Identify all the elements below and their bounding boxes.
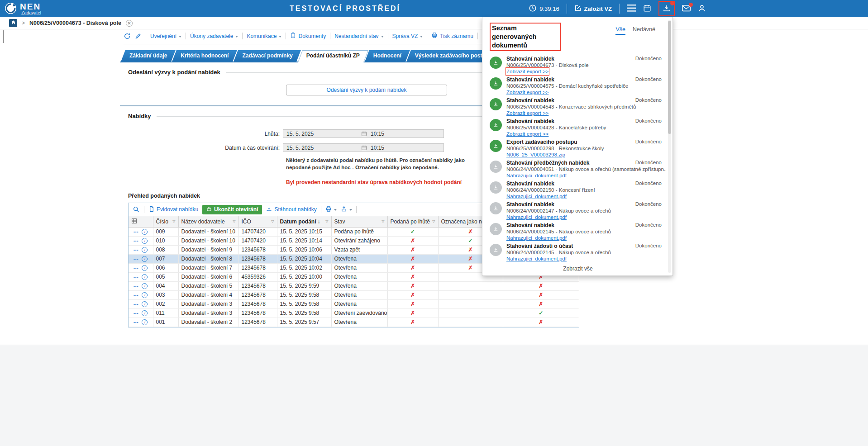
row-info-icon[interactable]: i bbox=[142, 247, 148, 253]
filter-icon[interactable]: ▽ bbox=[325, 219, 328, 223]
row-info-icon[interactable]: i bbox=[142, 292, 148, 298]
tab-kriteria-hodnoceni[interactable]: Kritéria hodnocení bbox=[174, 50, 235, 62]
doc-link[interactable]: Nahrazujici_dokument.pdf bbox=[506, 193, 567, 199]
export-grid-button[interactable] bbox=[341, 206, 352, 214]
doc-link[interactable]: Zobrazit export >> bbox=[506, 131, 548, 137]
menu-sprava-vz[interactable]: Správa VZ bbox=[392, 33, 423, 39]
menu-tisk-zaznamu[interactable]: Tisk záznamu bbox=[431, 32, 473, 40]
refresh-icon[interactable] bbox=[124, 33, 131, 40]
generated-doc-item[interactable]: Stahování nabídek Dokončeno N006/25/V000… bbox=[490, 76, 666, 95]
filter-icon[interactable]: ▽ bbox=[432, 219, 435, 223]
cell-dodavatel: Dodavatel - školení 6 bbox=[178, 272, 238, 281]
doc-link[interactable]: Zobrazit export >> bbox=[506, 68, 548, 75]
row-info-icon[interactable]: i bbox=[142, 265, 148, 271]
row-menu-icon[interactable]: ••• bbox=[134, 257, 138, 261]
calendar-button[interactable] bbox=[643, 4, 651, 14]
show-all-link[interactable]: Zobrazit vše bbox=[490, 266, 666, 272]
search-icon[interactable] bbox=[133, 206, 140, 213]
tab-zakladni-udaje[interactable]: Základní údaje bbox=[123, 50, 174, 62]
header-ico[interactable]: IČO▽ bbox=[238, 216, 277, 227]
filter-icon[interactable]: ▽ bbox=[172, 219, 175, 223]
main-menu-button[interactable] bbox=[627, 5, 636, 13]
breadcrumb-record[interactable]: N006/25/V00004673 - Disková pole bbox=[29, 20, 121, 26]
generated-doc-item[interactable]: Stahování žádostí o účast Dokončeno N006… bbox=[490, 243, 666, 262]
header-stav[interactable]: Stav▽ bbox=[331, 216, 387, 227]
doc-link[interactable]: Zobrazit export >> bbox=[506, 110, 548, 116]
row-menu-icon[interactable]: ••• bbox=[134, 311, 138, 315]
user-profile-button[interactable] bbox=[698, 4, 706, 14]
generated-doc-item[interactable]: Stahování nabídek Dokončeno N006/25/V000… bbox=[490, 97, 666, 116]
table-row[interactable]: ••• i 004 Dodavatel - školení 5 12345678… bbox=[129, 281, 579, 290]
doc-link[interactable]: Nahrazujici_dokument.pdf bbox=[506, 256, 567, 262]
row-info-icon[interactable]: i bbox=[142, 256, 148, 262]
header-cislo[interactable]: Číslo▽ bbox=[153, 216, 178, 227]
menu-komunikace[interactable]: Komunikace bbox=[247, 33, 281, 39]
scrollbar-thumb[interactable] bbox=[668, 21, 671, 134]
filter-icon[interactable]: ▽ bbox=[271, 219, 274, 223]
row-menu-icon[interactable]: ••• bbox=[134, 266, 138, 270]
table-row[interactable]: ••• i 002 Dodavatel - školení 3 12345678… bbox=[129, 299, 579, 308]
tab-zadavaci-podminky[interactable]: Zadávací podmínky bbox=[235, 50, 299, 62]
tab-podani-ucastniku[interactable]: Podání účastníků ZP bbox=[300, 50, 367, 62]
generated-doc-item[interactable]: Stahování předběžných nabídek Dokončeno … bbox=[490, 160, 666, 179]
row-info-icon[interactable]: i bbox=[142, 229, 148, 235]
print-grid-button[interactable] bbox=[325, 206, 337, 214]
row-info-icon[interactable]: i bbox=[142, 310, 148, 316]
finish-opening-button[interactable]: Ukončit otevírání bbox=[202, 205, 262, 214]
generated-doc-item[interactable]: Stahování nabídek Dokončeno N006/24/V000… bbox=[490, 222, 666, 241]
register-offer-button[interactable]: Evidovat nabídku bbox=[148, 206, 198, 214]
table-row[interactable]: ••• i 011 Dodavatel - školení 3 12345678… bbox=[129, 308, 579, 318]
doc-link[interactable]: Nahrazujici_dokument.pdf bbox=[506, 172, 567, 179]
doc-link[interactable]: Nahrazujici_dokument.pdf bbox=[506, 235, 567, 241]
generated-doc-item[interactable]: Stahování nabídek Dokončeno N006/25/V000… bbox=[490, 118, 666, 137]
messages-button[interactable] bbox=[682, 5, 691, 13]
row-info-icon[interactable]: i bbox=[142, 319, 148, 325]
generated-documents-button[interactable] bbox=[658, 1, 675, 16]
nen-logo[interactable]: NEN Zadavatel bbox=[5, 2, 41, 16]
tab-vse[interactable]: Vše bbox=[615, 26, 625, 35]
row-info-icon[interactable]: i bbox=[142, 238, 148, 244]
doc-link[interactable]: Zobrazit export >> bbox=[506, 89, 548, 95]
row-menu-icon[interactable]: ••• bbox=[134, 284, 138, 288]
row-info-icon[interactable]: i bbox=[142, 301, 148, 307]
header-nazev-dodavatele[interactable]: Název dodavatele▽ bbox=[178, 216, 238, 227]
menu-nestandardni-stav[interactable]: Nestandardní stav bbox=[334, 33, 383, 39]
menu-uverejneni[interactable]: Uveřejnění bbox=[150, 33, 181, 39]
menu-ukony-zadavatele[interactable]: Úkony zadavatele bbox=[190, 33, 238, 39]
generated-doc-item[interactable]: Export zadávacího postupu Dokončeno N006… bbox=[490, 139, 666, 158]
generated-doc-item[interactable]: Stahování nabídek Dokončeno N006/24/V000… bbox=[490, 201, 666, 220]
edit-icon[interactable] bbox=[135, 33, 142, 39]
left-panel-handle[interactable] bbox=[3, 30, 4, 43]
menu-dokumenty[interactable]: Dokumenty bbox=[290, 32, 326, 40]
row-menu-icon[interactable]: ••• bbox=[134, 302, 138, 306]
header-actions[interactable] bbox=[129, 216, 153, 227]
home-button[interactable] bbox=[9, 19, 17, 27]
tab-hodnoceni[interactable]: Hodnocení bbox=[367, 50, 408, 62]
table-row[interactable]: ••• i 001 Dodavatel - školení 2 12345678… bbox=[129, 318, 579, 327]
create-vz-button[interactable]: Založit VZ bbox=[574, 5, 612, 13]
panel-scrollbar[interactable] bbox=[668, 20, 671, 273]
row-menu-icon[interactable]: ••• bbox=[134, 239, 138, 243]
generated-doc-item[interactable]: Stahování nabídek Dokončeno N006/24/V000… bbox=[490, 180, 666, 199]
send-call-button[interactable]: Odeslání výzvy k podání nabídek bbox=[286, 85, 447, 95]
tab-nedavne[interactable]: Nedávné bbox=[633, 26, 655, 35]
header-podana-po-lhute[interactable]: Podaná po lhůtě▽ bbox=[387, 216, 438, 227]
row-info-icon[interactable]: i bbox=[142, 274, 148, 280]
row-menu-icon[interactable]: ••• bbox=[134, 230, 138, 234]
filter-icon[interactable]: ▽ bbox=[382, 219, 384, 223]
row-info-icon[interactable]: i bbox=[142, 283, 148, 289]
doc-link[interactable]: Nahrazujici_dokument.pdf bbox=[506, 214, 567, 220]
download-offers-button[interactable]: Stáhnout nabídky bbox=[266, 206, 316, 213]
table-row[interactable]: ••• i 003 Dodavatel - školení 4 12345678… bbox=[129, 290, 579, 299]
row-menu-icon[interactable]: ••• bbox=[134, 293, 138, 297]
doc-link[interactable]: N006_25_V00003298.zip bbox=[506, 152, 565, 158]
row-menu-icon[interactable]: ••• bbox=[134, 320, 138, 324]
row-menu-icon[interactable]: ••• bbox=[134, 248, 138, 252]
generated-doc-item[interactable]: Stahování nabídek Dokončeno N006/25/V000… bbox=[490, 56, 666, 75]
column-settings-icon[interactable] bbox=[131, 219, 137, 225]
filter-icon[interactable]: ▽ bbox=[233, 219, 235, 223]
row-menu-icon[interactable]: ••• bbox=[134, 275, 138, 279]
close-record-icon[interactable]: ✕ bbox=[126, 20, 133, 27]
cell-cislo: 003 bbox=[153, 290, 178, 299]
header-datum-podani[interactable]: Datum podání↓▽ bbox=[277, 216, 331, 227]
